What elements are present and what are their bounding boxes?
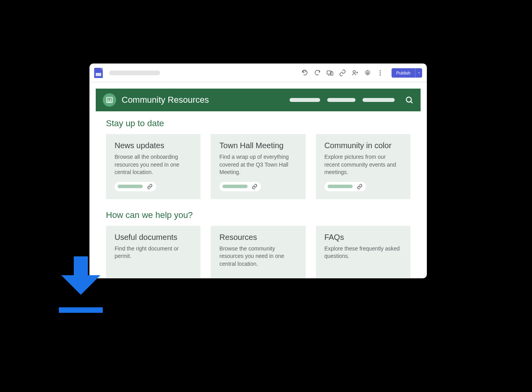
card-description: Find a wrap up of everything covered at … <box>219 153 297 176</box>
link-icon[interactable] <box>339 69 346 76</box>
site-content: Stay up to date News updates Browse all … <box>96 111 421 278</box>
card-row: News updates Browse all the onboarding r… <box>106 134 410 199</box>
card-row: Useful documents Find the right document… <box>106 226 410 278</box>
card-description: Explore pictures from our recent communi… <box>324 153 402 176</box>
svg-point-9 <box>379 74 381 75</box>
section-title: How can we help you? <box>106 210 410 220</box>
card-title: FAQs <box>324 233 402 242</box>
site-logo-icon <box>103 93 116 107</box>
link-icon <box>251 183 258 190</box>
link-chip-label-placeholder <box>328 185 353 188</box>
card-description: Explore these frequently asked questions… <box>324 245 402 260</box>
card-description: Browse the community resources you need … <box>219 245 297 268</box>
link-chip-label-placeholder <box>222 185 248 188</box>
link-chip-label-placeholder <box>118 185 143 188</box>
card-title: News updates <box>115 141 192 150</box>
download-icon <box>59 256 103 313</box>
site-title: Community Resources <box>122 95 284 105</box>
card-resources[interactable]: Resources Browse the community resources… <box>211 226 305 278</box>
publish-button[interactable]: Publish <box>392 68 415 78</box>
link-chip[interactable] <box>219 182 261 191</box>
card-faqs[interactable]: FAQs Explore these frequently asked ques… <box>316 226 410 278</box>
card-town-hall[interactable]: Town Hall Meeting Find a wrap up of ever… <box>211 134 305 199</box>
add-person-icon[interactable] <box>352 69 359 76</box>
card-title: Useful documents <box>115 233 192 242</box>
link-icon <box>357 183 363 190</box>
svg-line-17 <box>411 102 413 103</box>
section-title: Stay up to date <box>106 118 410 129</box>
svg-point-3 <box>353 71 355 73</box>
app-logo-icon[interactable] <box>94 68 103 78</box>
link-icon <box>147 183 153 190</box>
nav-link-placeholder[interactable] <box>290 98 320 102</box>
svg-point-8 <box>379 72 381 73</box>
card-news-updates[interactable]: News updates Browse all the onboarding r… <box>106 134 200 199</box>
link-chip[interactable] <box>115 182 156 191</box>
card-description: Find the right document or permit. <box>115 245 192 260</box>
card-community-color[interactable]: Community in color Explore pictures from… <box>316 134 410 199</box>
devices-icon[interactable] <box>326 69 333 76</box>
svg-point-6 <box>367 72 369 74</box>
search-icon[interactable] <box>405 96 414 104</box>
app-window: Publish Community Resources Stay up to d… <box>89 64 427 278</box>
gear-icon[interactable] <box>364 69 371 76</box>
card-description: Browse all the onboarding resources you … <box>115 153 192 176</box>
app-toolbar: Publish <box>89 64 427 82</box>
card-title: Town Hall Meeting <box>219 141 297 150</box>
svg-point-7 <box>379 70 381 71</box>
svg-point-16 <box>406 97 412 102</box>
nav-link-placeholder[interactable] <box>327 98 355 102</box>
publish-button-group: Publish <box>392 68 422 78</box>
link-chip[interactable] <box>324 182 366 191</box>
nav-link-placeholder[interactable] <box>363 98 395 102</box>
nav-links <box>290 98 395 102</box>
more-icon[interactable] <box>377 69 384 76</box>
card-title: Community in color <box>324 141 402 150</box>
card-useful-documents[interactable]: Useful documents Find the right document… <box>106 226 200 278</box>
card-title: Resources <box>219 233 297 242</box>
redo-icon[interactable] <box>314 69 321 76</box>
site-preview: Community Resources Stay up to date News… <box>89 82 427 278</box>
undo-icon[interactable] <box>301 69 308 76</box>
toolbar-icon-group <box>301 69 384 76</box>
document-title-placeholder[interactable] <box>109 71 160 75</box>
publish-dropdown-button[interactable] <box>415 68 422 78</box>
svg-rect-18 <box>59 307 103 313</box>
site-header: Community Resources <box>96 89 421 111</box>
